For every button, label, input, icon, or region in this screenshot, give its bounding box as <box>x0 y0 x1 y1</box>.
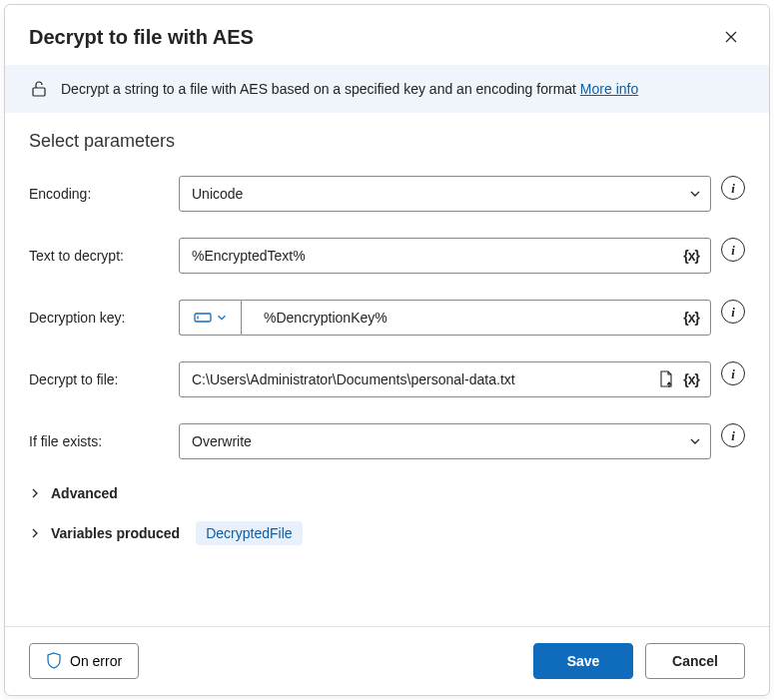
dialog: Decrypt to file with AES Decrypt a strin… <box>4 4 770 696</box>
dialog-title: Decrypt to file with AES <box>29 26 254 49</box>
row-if-file-exists: If file exists: Overwrite i <box>29 423 745 459</box>
info-button-file[interactable]: i <box>721 361 745 385</box>
text-to-decrypt-input[interactable]: %EncryptedText% {x} <box>179 238 711 274</box>
on-error-button[interactable]: On error <box>29 643 139 679</box>
banner-desc: Decrypt a string to a file with AES base… <box>61 81 580 97</box>
row-decryption-key: Decryption key: %DencryptionKey% {x} i <box>29 300 745 336</box>
info-button-encoding[interactable]: i <box>721 176 745 200</box>
row-decrypt-to-file: Decrypt to file: C:\Users\Administrator\… <box>29 361 745 397</box>
encoding-select[interactable]: Unicode <box>179 176 711 212</box>
info-banner: Decrypt a string to a file with AES base… <box>5 65 769 113</box>
row-encoding: Encoding: Unicode i <box>29 176 745 212</box>
variable-chip[interactable]: DecryptedFile <box>196 521 302 545</box>
variable-picker-icon[interactable]: {x} <box>680 248 702 264</box>
chevron-down-icon <box>688 187 702 201</box>
banner-text: Decrypt a string to a file with AES base… <box>61 81 638 97</box>
section-heading: Select parameters <box>29 131 745 152</box>
info-button-exists[interactable]: i <box>721 423 745 447</box>
decrypt-to-file-value: C:\Users\Administrator\Documents\persona… <box>192 371 658 387</box>
label-text-to-decrypt: Text to decrypt: <box>29 248 179 264</box>
advanced-label: Advanced <box>51 485 118 501</box>
chevron-down-icon <box>688 434 702 448</box>
chevron-down-icon <box>216 312 228 324</box>
more-info-link[interactable]: More info <box>580 81 638 97</box>
label-decryption-key: Decryption key: <box>29 310 179 326</box>
label-if-file-exists: If file exists: <box>29 433 179 449</box>
info-button-text[interactable]: i <box>721 238 745 262</box>
dialog-header: Decrypt to file with AES <box>5 5 769 65</box>
label-encoding: Encoding: <box>29 186 179 202</box>
chevron-right-icon <box>29 487 41 499</box>
key-type-selector[interactable] <box>179 300 241 336</box>
encoding-value: Unicode <box>192 186 688 202</box>
advanced-expander[interactable]: Advanced <box>29 485 745 501</box>
decryption-key-value: %DencryptionKey% <box>254 310 680 326</box>
label-decrypt-to-file: Decrypt to file: <box>29 371 179 387</box>
lock-open-icon <box>29 79 49 99</box>
shield-icon <box>46 652 62 670</box>
if-file-exists-select[interactable]: Overwrite <box>179 423 711 459</box>
info-button-key[interactable]: i <box>721 300 745 324</box>
row-text-to-decrypt: Text to decrypt: %EncryptedText% {x} i <box>29 238 745 274</box>
content-area: Select parameters Encoding: Unicode i Te… <box>5 113 769 626</box>
dialog-footer: On error Save Cancel <box>5 626 769 695</box>
variable-picker-icon[interactable]: {x} <box>680 310 702 326</box>
if-file-exists-value: Overwrite <box>192 433 688 449</box>
svg-rect-0 <box>33 88 45 96</box>
variable-picker-icon[interactable]: {x} <box>680 371 702 387</box>
close-button[interactable] <box>717 23 745 51</box>
on-error-label: On error <box>70 653 122 669</box>
text-input-icon <box>194 311 212 325</box>
text-to-decrypt-value: %EncryptedText% <box>192 248 680 264</box>
cancel-button[interactable]: Cancel <box>645 643 745 679</box>
file-picker-icon[interactable] <box>658 370 674 388</box>
decrypt-to-file-input[interactable]: C:\Users\Administrator\Documents\persona… <box>179 361 711 397</box>
decryption-key-input[interactable]: %DencryptionKey% {x} <box>241 300 711 336</box>
close-icon <box>723 29 739 45</box>
save-button[interactable]: Save <box>533 643 633 679</box>
chevron-right-icon <box>29 527 41 539</box>
variables-produced-expander[interactable]: Variables produced DecryptedFile <box>29 521 745 545</box>
variables-produced-label: Variables produced <box>51 525 180 541</box>
